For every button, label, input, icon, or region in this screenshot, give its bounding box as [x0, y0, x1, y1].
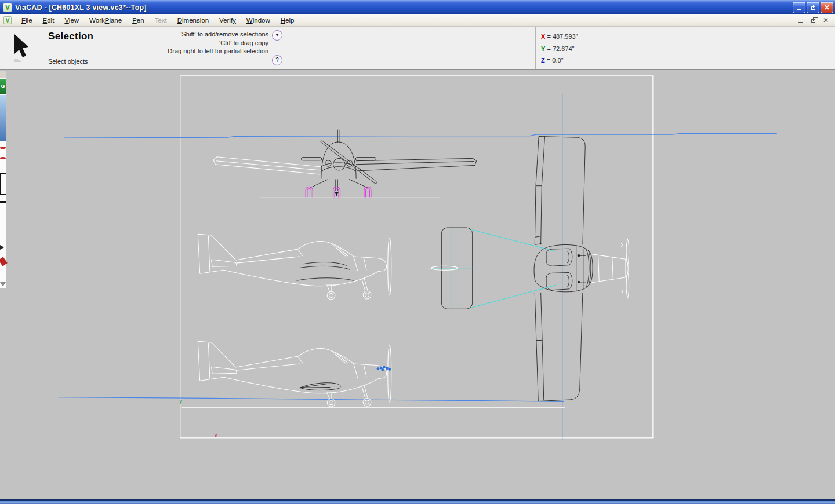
drawing-sheet[interactable]: y x — [0, 70, 835, 499]
toolbar-icon-fragment[interactable] — [0, 157, 6, 159]
drawing-canvas[interactable]: G — [0, 70, 835, 499]
tool-options-dropdown-button[interactable]: ▼ — [272, 30, 282, 41]
viacad-app-icon[interactable]: V — [3, 3, 12, 12]
selection-tool-icon-cell — [0, 27, 42, 69]
toolbar-blue-panel-fragment[interactable] — [0, 95, 6, 141]
menu-pen[interactable]: Pen — [127, 15, 149, 25]
viacad-window: V ViaCAD - [CH601XL 3 view.vc3*--Top] ✕ … — [0, 0, 835, 504]
toolbar-separator — [0, 277, 6, 277]
menu-edit[interactable]: Edit — [38, 15, 60, 25]
mdi-close-button[interactable]: ✕ — [821, 16, 830, 24]
mdi-restore-button[interactable] — [808, 16, 818, 24]
menu-dimension[interactable]: Dimension — [172, 15, 214, 25]
hint-line: 'Ctrl' to drag copy — [140, 39, 268, 48]
toolbar-button-fragment[interactable] — [0, 71, 6, 78]
mdi-minimize-icon — [798, 19, 803, 23]
y-axis-label: y — [179, 397, 182, 404]
z-coordinate-value: = 0.0" — [547, 57, 564, 64]
menu-view[interactable]: View — [59, 15, 84, 25]
mdi-minimize-button[interactable] — [796, 16, 805, 24]
close-icon: ✕ — [824, 5, 830, 10]
title-bar: V ViaCAD - [CH601XL 3 view.vc3*--Top] ✕ — [0, 0, 835, 14]
sheet-border — [180, 76, 653, 438]
top-view-drawing[interactable] — [429, 136, 629, 401]
menu-window[interactable]: Window — [241, 15, 275, 25]
z-coordinate-label: Z — [541, 57, 545, 64]
menu-verify[interactable]: Verify — [214, 15, 241, 25]
tool-name: Selection — [48, 31, 140, 42]
x-coordinate-value: = 487.593" — [547, 33, 578, 40]
side-view-upper-drawing[interactable] — [180, 234, 419, 301]
hint-line: 'Shift' to add/remove selections — [140, 30, 268, 39]
y-coordinate-value: = 72.674" — [547, 45, 574, 52]
menu-bar: V FileEditViewWorkPlanePenTextDimensionV… — [0, 14, 835, 27]
toolbar-g-button[interactable]: G — [0, 79, 6, 94]
toolbar-icon-fragment[interactable] — [0, 201, 6, 203]
menu-items: FileEditViewWorkPlanePenTextDimensionVer… — [16, 15, 299, 25]
menu-file[interactable]: File — [16, 15, 38, 25]
restore-button[interactable] — [807, 2, 819, 13]
window-bottom-border — [0, 499, 835, 504]
menu-workplane[interactable]: WorkPlane — [84, 15, 127, 25]
tool-help-button[interactable]: ? — [272, 55, 282, 65]
close-button[interactable]: ✕ — [821, 2, 833, 13]
restore-icon — [811, 6, 815, 10]
window-title: ViaCAD - [CH601XL 3 view.vc3*--Top] — [15, 3, 793, 12]
toolbar-icon-fragment[interactable] — [0, 282, 6, 286]
coordinate-readout: X = 487.593" Y = 72.674" Z = 0.0" — [535, 27, 835, 69]
y-coordinate-label: Y — [541, 45, 545, 52]
front-view-drawing[interactable] — [213, 130, 477, 198]
minimize-button[interactable] — [793, 2, 805, 13]
tool-strip: Selection Select objects 'Shift' to add/… — [0, 27, 835, 70]
left-toolbar-partial[interactable]: G — [0, 71, 6, 288]
toolbar-icon-fragment[interactable] — [0, 147, 6, 149]
cursor-arrow-icon — [11, 33, 31, 63]
document-icon[interactable]: V — [3, 16, 12, 24]
x-axis-label: x — [215, 432, 217, 439]
toolbar-icon-fragment[interactable] — [0, 245, 6, 250]
tool-status: Select objects — [48, 58, 140, 65]
minimize-icon — [797, 6, 801, 10]
mdi-restore-icon — [811, 19, 815, 23]
toolbar-icon-fragment[interactable] — [0, 257, 8, 266]
toolbar-icon-fragment[interactable] — [0, 173, 6, 195]
menu-text[interactable]: Text — [150, 15, 172, 25]
menu-help[interactable]: Help — [275, 15, 300, 25]
tool-hints: 'Shift' to add/remove selections 'Ctrl' … — [140, 27, 268, 69]
side-view-lower-drawing[interactable] — [182, 341, 565, 407]
construction-lines[interactable] — [58, 93, 777, 440]
hint-line: Drag right to left for partial selection — [140, 47, 268, 56]
x-coordinate-label: X — [541, 33, 545, 40]
